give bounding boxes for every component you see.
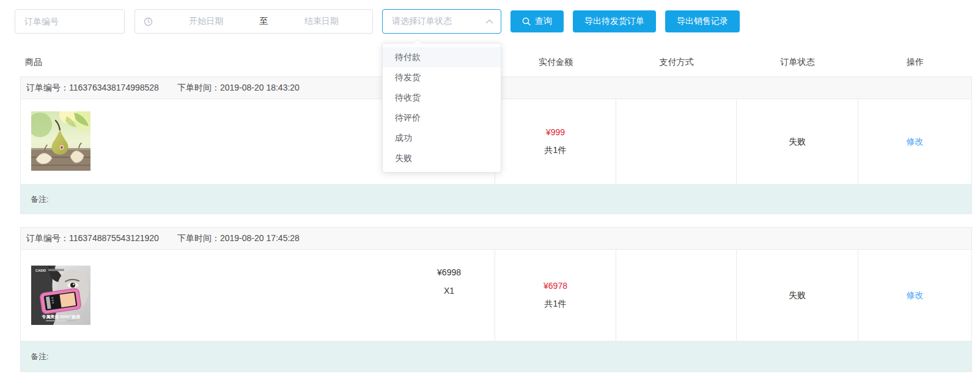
- export-pending-orders-button[interactable]: 导出待发货订单: [573, 10, 656, 32]
- date-range-separator: 至: [257, 16, 271, 27]
- dropdown-option-pending-receipt[interactable]: 待收货: [383, 88, 501, 108]
- dropdown-option-pending-review[interactable]: 待评价: [383, 108, 501, 128]
- unit-price-quantity: ¥6998 X1: [437, 263, 461, 300]
- product-cell: CASIO 专属美肌 9000°微调: [21, 250, 495, 341]
- order-status: 失败: [789, 136, 806, 147]
- order-management-page: 开始日期 至 结束日期 请选择订单状态 查询 导出待发货订单 导出销售记录: [0, 0, 980, 380]
- header-paid-amount: 实付金额: [495, 57, 616, 68]
- order-note-row: 备注:: [21, 184, 971, 214]
- order-time-value: 2019-08-20 18:43:20: [220, 83, 300, 94]
- search-button-label: 查询: [535, 16, 552, 27]
- clock-icon: [144, 17, 153, 26]
- header-order-status: 订单状态: [737, 57, 858, 68]
- paid-amount-cell: ¥6978 共1件: [495, 250, 616, 341]
- paid-amount-cell: ¥999 共1件: [495, 99, 616, 184]
- action-cell: 修改: [858, 250, 971, 341]
- paid-amount: ¥6978: [543, 281, 567, 291]
- action-cell: 修改: [858, 99, 971, 184]
- dropdown-arrow-fill: [414, 40, 421, 43]
- product-image-pear: [31, 111, 90, 171]
- product-image-caption-text: 专属美肌 9000°微调: [41, 314, 79, 319]
- order-no-label: 订单编号：: [26, 233, 69, 244]
- pay-method-cell: [616, 99, 736, 184]
- order-status-cell: 失败: [736, 99, 858, 184]
- product-image-casio-camera: CASIO 专属美肌 9000°微调: [31, 266, 90, 325]
- search-icon: [522, 17, 531, 26]
- unit-price: ¥6998: [437, 263, 461, 281]
- date-range-picker[interactable]: 开始日期 至 结束日期: [134, 9, 373, 34]
- order-no-value: 1163748875543121920: [69, 233, 159, 244]
- pay-method-cell: [616, 250, 736, 341]
- product-image-brand-text: CASIO: [35, 269, 46, 272]
- order-time-label: 下单时间：: [177, 233, 220, 244]
- order-time-value: 2019-08-20 17:45:28: [220, 233, 300, 244]
- paid-count: 共1件: [545, 299, 567, 310]
- modify-link[interactable]: 修改: [907, 136, 924, 147]
- note-label: 备注:: [31, 351, 49, 362]
- chevron-up-icon: [485, 19, 493, 24]
- filter-bar: 开始日期 至 结束日期 请选择订单状态 查询 导出待发货订单 导出销售记录: [15, 9, 980, 34]
- order-status-cell: 失败: [736, 250, 858, 341]
- end-date-placeholder: 结束日期: [271, 16, 373, 27]
- order-header: 订单编号：1163748875543121920 下单时间：2019-08-20…: [21, 228, 971, 250]
- header-action: 操作: [858, 57, 972, 68]
- order-row: CASIO 专属美肌 9000°微调: [21, 250, 971, 341]
- dropdown-option-pending-payment[interactable]: 待付款: [383, 47, 501, 67]
- order-number-input[interactable]: [15, 9, 125, 34]
- order-status-select-placeholder: 请选择订单状态: [392, 16, 452, 27]
- order-no-label: 订单编号：: [26, 83, 69, 94]
- start-date-placeholder: 开始日期: [155, 16, 257, 27]
- header-pay-method: 支付方式: [616, 57, 737, 68]
- quantity: X1: [437, 281, 461, 300]
- modify-link[interactable]: 修改: [907, 290, 924, 301]
- paid-amount: ¥999: [546, 127, 565, 137]
- order-no-value: 1163763438174998528: [69, 83, 159, 94]
- order-block: 订单编号：1163748875543121920 下单时间：2019-08-20…: [20, 227, 972, 372]
- note-label: 备注:: [31, 194, 49, 205]
- dropdown-option-success[interactable]: 成功: [383, 128, 501, 148]
- order-status: 失败: [789, 290, 806, 301]
- export-sales-records-button[interactable]: 导出销售记录: [665, 10, 740, 32]
- dropdown-option-pending-shipment[interactable]: 待发货: [383, 67, 501, 88]
- paid-count: 共1件: [545, 145, 567, 156]
- search-button[interactable]: 查询: [510, 10, 564, 32]
- order-status-select[interactable]: 请选择订单状态: [382, 9, 501, 34]
- order-time-label: 下单时间：: [177, 83, 220, 94]
- dropdown-option-failed[interactable]: 失败: [383, 148, 501, 168]
- order-note-row: 备注:: [21, 341, 971, 371]
- order-status-dropdown: 待付款 待发货 待收货 待评价 成功 失败: [382, 43, 501, 173]
